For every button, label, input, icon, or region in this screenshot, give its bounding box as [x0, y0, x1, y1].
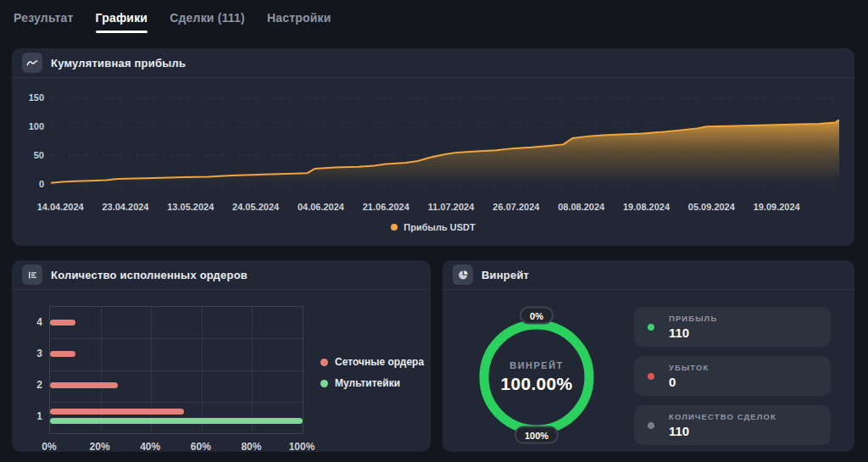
x-tick-label: 08.08.2024 [558, 202, 604, 212]
tab-label: Графики [96, 11, 148, 25]
tab-underline [267, 31, 331, 33]
stat-value: 110 [669, 424, 776, 438]
tab-underline [170, 31, 245, 33]
x-tick-label: 14.04.2024 [37, 202, 84, 212]
bar-category-label: 1 [24, 410, 42, 422]
stat-text: УБЫТОК0 [669, 363, 709, 389]
donut-center-text: ВИНРЕЙТ 100.00% [477, 318, 596, 437]
panel-title: Количество исполненных ордеров [51, 269, 248, 281]
multitake-bar[interactable] [50, 418, 303, 424]
winrate-body: ВИНРЕЙТ 100.00% 0% 100% ПРИБЫЛЬ110УБЫТОК… [442, 290, 854, 453]
bar-category-label: 2 [24, 379, 42, 391]
winrate-donut-chart[interactable]: ВИНРЕЙТ 100.00% [477, 318, 596, 437]
bar-x-tick-label: 20% [90, 441, 110, 453]
cumulative-profit-panel: Кумулятивная прибыль 150100500 14.04.202… [12, 48, 854, 246]
x-tick-label: 05.09.2024 [688, 202, 735, 212]
winrate-panel: Винрейт ВИНРЕЙТ 100.00% 0% 100% ПРИБЫЛЬ1… [442, 260, 854, 452]
bar-category-label: 3 [24, 348, 42, 359]
tab-underline [96, 31, 148, 33]
stat-card: УБЫТОК0 [634, 356, 831, 396]
stat-card: КОЛИЧЕСТВО СДЕЛОК110 [634, 405, 831, 445]
stat-label: ПРИБЫЛЬ [669, 314, 717, 323]
winrate-center-label: ВИНРЕЙТ [509, 360, 564, 370]
grid-orders-bar[interactable] [50, 382, 118, 388]
bar-x-tick-label: 60% [191, 441, 211, 453]
stat-dot-icon [648, 422, 654, 429]
legend-dot-icon [320, 380, 328, 387]
legend-label: Прибыль USDT [403, 222, 475, 232]
stat-label: КОЛИЧЕСТВО СДЕЛОК [669, 412, 776, 421]
legend-dot-icon [391, 224, 398, 231]
bar-x-tick-label: 0% [42, 441, 56, 453]
bar-x-tick-label: 40% [140, 441, 160, 453]
tab-underline [14, 31, 74, 33]
orders-panel-header: Количество исполненных ордеров [12, 260, 431, 290]
bar-category-label: 4 [24, 316, 42, 328]
orders-bar-plot[interactable] [49, 306, 303, 434]
winrate-stats: ПРИБЫЛЬ110УБЫТОК0КОЛИЧЕСТВО СДЕЛОК110 [634, 307, 831, 445]
y-tick-label: 100 [20, 121, 44, 131]
winrate-center-value: 100.00% [500, 374, 572, 394]
stat-label: УБЫТОК [669, 363, 709, 372]
orders-chart-legend: Сеточные ордераМультитейки [320, 356, 424, 389]
grid-orders-bar[interactable] [50, 320, 75, 326]
tab-label: Настройки [267, 11, 331, 25]
stat-card: ПРИБЫЛЬ110 [634, 307, 831, 347]
tab-label: Результат [14, 11, 74, 25]
winrate-panel-header: Винрейт [442, 260, 854, 290]
x-tick-label: 21.06.2024 [363, 202, 409, 212]
x-tick-label: 23.04.2024 [102, 202, 148, 212]
x-tick-label: 19.08.2024 [623, 202, 670, 212]
x-tick-label: 04.06.2024 [298, 202, 344, 212]
grid-line-horizontal [50, 402, 303, 403]
tab-настройки[interactable]: Настройки [267, 11, 331, 39]
tab-label: Сделки (111) [170, 11, 245, 25]
panel-title: Кумулятивная прибыль [51, 57, 186, 70]
cumulative-chart-legend: Прибыль USDT [12, 222, 854, 232]
orders-chart-body: 4321 0%20%40%60%80%100% Сеточные ордераМ… [12, 290, 431, 453]
bar-x-tick-label: 80% [241, 441, 261, 453]
x-tick-label: 26.07.2024 [492, 202, 539, 212]
executed-orders-panel: Количество исполненных ордеров 4321 0%20… [12, 260, 431, 452]
grid-line-horizontal [50, 370, 303, 371]
cumulative-chart-plot[interactable] [51, 95, 839, 190]
tab-bar: РезультатГрафикиСделки (111)Настройки [0, 0, 868, 39]
orders-list-icon [22, 264, 42, 285]
grid-line-horizontal [50, 338, 303, 339]
stat-value: 110 [669, 326, 717, 340]
legend-item: Сеточные ордера [320, 356, 424, 368]
legend-dot-icon [320, 359, 328, 366]
legend-label: Мультитейки [335, 377, 400, 389]
pie-chart-icon [453, 264, 473, 285]
tab-сделки-111-[interactable]: Сделки (111) [170, 11, 245, 39]
bar-x-tick-label: 100% [289, 441, 315, 453]
y-tick-label: 150 [20, 92, 44, 103]
grid-orders-bar[interactable] [50, 351, 75, 357]
legend-label: Сеточные ордера [335, 356, 424, 368]
line-chart-icon [22, 53, 42, 73]
x-tick-label: 24.05.2024 [232, 202, 279, 212]
y-tick-label: 50 [20, 150, 44, 160]
stat-text: КОЛИЧЕСТВО СДЕЛОК110 [669, 412, 776, 438]
grid-orders-bar[interactable] [50, 409, 184, 415]
stat-text: ПРИБЫЛЬ110 [669, 314, 717, 340]
legend-item: Мультитейки [320, 377, 424, 389]
x-tick-label: 19.09.2024 [754, 202, 800, 212]
tab-результат[interactable]: Результат [14, 11, 74, 39]
donut-badge-100: 100% [515, 426, 559, 444]
y-tick-label: 0 [20, 179, 44, 189]
donut-badge-0: 0% [520, 307, 554, 325]
cumulative-panel-header: Кумулятивная прибыль [12, 48, 854, 78]
x-tick-label: 11.07.2024 [428, 202, 474, 212]
x-tick-label: 13.05.2024 [167, 202, 214, 212]
stat-value: 0 [669, 375, 709, 389]
stat-dot-icon [648, 324, 654, 331]
stat-dot-icon [648, 373, 654, 380]
panel-title: Винрейт [481, 269, 529, 281]
tab-графики[interactable]: Графики [96, 11, 148, 39]
cumulative-chart-body: 150100500 14.04.202423.04.202413.05.2024… [12, 78, 854, 247]
